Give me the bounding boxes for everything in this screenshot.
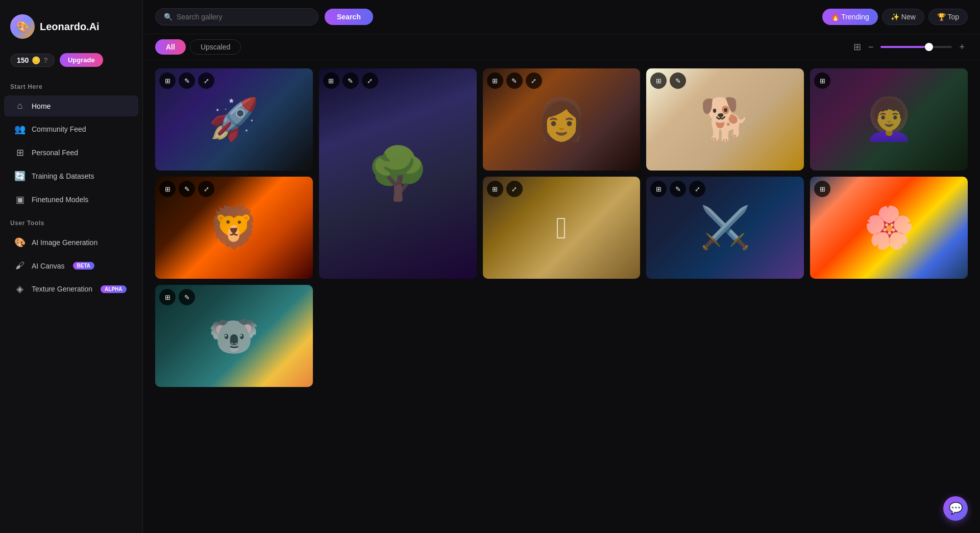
toolbar: 🔍 Search 🔥 Trending ✨ New 🏆 Top [143, 0, 980, 34]
avatar: 🎨 [10, 14, 35, 39]
gallery-item-share-button[interactable]: ⊞ [814, 181, 830, 197]
home-nav-item[interactable]: ⌂ Home [4, 95, 138, 116]
ai-image-label: AI Image Generation [32, 238, 97, 247]
gallery-item-expand-button[interactable]: ⤢ [198, 72, 214, 89]
gallery-item[interactable]: ⚔️ ⊞ ✎ ⤢ [646, 177, 804, 279]
gallery-item[interactable]: 🐨 ⊞ ✎ [155, 285, 313, 387]
credits-badge: 150 🪙 ? [10, 54, 55, 67]
tab-upscaled[interactable]: Upscaled [190, 39, 241, 55]
search-icon: 🔍 [164, 13, 173, 21]
gallery-grid: 🚀 ⊞ ✎ ⤢ 🌳 ⊞ ✎ ⤢ [155, 68, 968, 387]
size-decrease-button[interactable]: − [865, 41, 877, 54]
trending-button[interactable]: 🔥 Trending [822, 9, 878, 25]
alpha-badge: ALPHA [101, 285, 126, 293]
gallery-container: 🚀 ⊞ ✎ ⤢ 🌳 ⊞ ✎ ⤢ [143, 60, 980, 533]
gallery-item-edit-button[interactable]: ✎ [506, 72, 523, 89]
chat-icon: 💬 [949, 502, 963, 515]
personal-feed-label: Personal Feed [32, 149, 78, 157]
gallery-item-share-button[interactable]: ⊞ [159, 72, 176, 89]
gallery-item-share-button[interactable]: ⊞ [323, 72, 339, 89]
training-icon: 🔄 [14, 171, 26, 182]
ai-image-generation-nav-item[interactable]: 🎨 AI Image Generation [4, 232, 138, 253]
finetuned-label: Finetuned Models [32, 196, 88, 204]
gallery-item-expand-button[interactable]: ⤢ [506, 181, 523, 197]
community-feed-nav-item[interactable]: 👥 Community Feed [4, 118, 138, 140]
personal-feed-nav-item[interactable]: ⊞ Personal Feed [4, 142, 138, 163]
ai-canvas-nav-item[interactable]: 🖌 AI Canvas BETA [4, 255, 138, 276]
community-feed-label: Community Feed [32, 125, 86, 133]
search-container: 🔍 [155, 8, 318, 26]
training-label: Training & Datasets [32, 172, 94, 180]
training-datasets-nav-item[interactable]: 🔄 Training & Datasets [4, 165, 138, 187]
user-tools-label: User Tools [0, 211, 142, 231]
search-input[interactable] [177, 13, 310, 21]
gallery-item-edit-button[interactable]: ✎ [670, 72, 686, 89]
gallery-item[interactable]: 🌸 ⊞ [810, 177, 968, 279]
gallery-item[interactable]: 🚀 ⊞ ✎ ⤢ [155, 68, 313, 171]
sidebar-logo-area: 🎨 Leonardo.Ai [0, 8, 142, 49]
finetuned-icon: ▣ [14, 194, 26, 205]
ai-canvas-label: AI Canvas [32, 262, 65, 270]
home-icon: ⌂ [14, 101, 26, 111]
gallery-item-expand-button[interactable]: ⤢ [526, 72, 542, 89]
ai-image-icon: 🎨 [14, 237, 26, 248]
gallery-item-edit-button[interactable]: ✎ [670, 181, 686, 197]
gallery-item-share-button[interactable]: ⊞ [650, 181, 667, 197]
gallery-item-edit-button[interactable]: ✎ [342, 72, 359, 89]
credits-help-icon[interactable]: ? [43, 56, 48, 64]
texture-icon: ◈ [14, 283, 26, 295]
start-here-label: Start Here [0, 75, 142, 94]
credits-icon: 🪙 [32, 56, 40, 64]
gallery-item[interactable]: 👩‍🦱 ⊞ [810, 68, 968, 171]
finetuned-models-nav-item[interactable]: ▣ Finetuned Models [4, 189, 138, 210]
size-increase-button[interactable]: + [956, 41, 968, 54]
credits-value: 150 [17, 56, 29, 64]
gallery-item-share-button[interactable]: ⊞ [159, 289, 176, 305]
tab-row: All Upscaled ⊞ − + [143, 34, 980, 60]
sidebar: 🎨 Leonardo.Ai 150 🪙 ? Upgrade Start Here… [0, 0, 143, 533]
grid-view-icon[interactable]: ⊞ [853, 41, 861, 53]
gallery-item-edit-button[interactable]: ✎ [179, 289, 195, 305]
filter-buttons: 🔥 Trending ✨ New 🏆 Top [822, 9, 968, 25]
gallery-item-edit-button[interactable]: ✎ [179, 72, 195, 89]
community-feed-icon: 👥 [14, 124, 26, 135]
gallery-item-expand-button[interactable]: ⤢ [689, 181, 705, 197]
gallery-item-expand-button[interactable]: ⤢ [362, 72, 378, 89]
gallery-item-share-button[interactable]: ⊞ [650, 72, 667, 89]
top-button[interactable]: 🏆 Top [928, 9, 968, 25]
gallery-item-expand-button[interactable]: ⤢ [198, 181, 214, 197]
chat-button[interactable]: 💬 [943, 496, 968, 521]
gallery-item[interactable]: 🐕 ⊞ ✎ [646, 68, 804, 171]
gallery-item-share-button[interactable]: ⊞ [487, 72, 503, 89]
texture-generation-nav-item[interactable]: ◈ Texture Generation ALPHA [4, 278, 138, 300]
search-button[interactable]: Search [325, 9, 373, 25]
grid-controls: ⊞ − + [853, 41, 968, 54]
tab-all[interactable]: All [155, 39, 186, 55]
gallery-item-edit-button[interactable]: ✎ [179, 181, 195, 197]
gallery-item-share-button[interactable]: ⊞ [814, 72, 830, 89]
gallery-item[interactable]: 🌳 ⊞ ✎ ⤢ [319, 68, 477, 279]
gallery-item-share-button[interactable]: ⊞ [159, 181, 176, 197]
ai-canvas-icon: 🖌 [14, 260, 26, 271]
gallery-item-share-button[interactable]: ⊞ [487, 181, 503, 197]
home-label: Home [32, 102, 51, 110]
credits-row: 150 🪙 ? Upgrade [0, 49, 142, 75]
upgrade-button[interactable]: Upgrade [60, 53, 103, 67]
new-button[interactable]: ✨ New [882, 9, 924, 25]
main-content: 🔍 Search 🔥 Trending ✨ New 🏆 Top All Upsc… [143, 0, 980, 533]
gallery-item[interactable]: 👩 ⊞ ✎ ⤢ [483, 68, 641, 171]
gallery-item[interactable]: 𓂀 ⊞ ⤢ [483, 177, 641, 279]
texture-label: Texture Generation [32, 285, 92, 293]
logo-text: Leonardo.Ai [40, 21, 100, 33]
personal-feed-icon: ⊞ [14, 147, 26, 158]
size-slider[interactable] [880, 46, 952, 48]
beta-badge: BETA [73, 262, 94, 270]
gallery-item[interactable]: 🦁 ⊞ ✎ ⤢ [155, 177, 313, 279]
